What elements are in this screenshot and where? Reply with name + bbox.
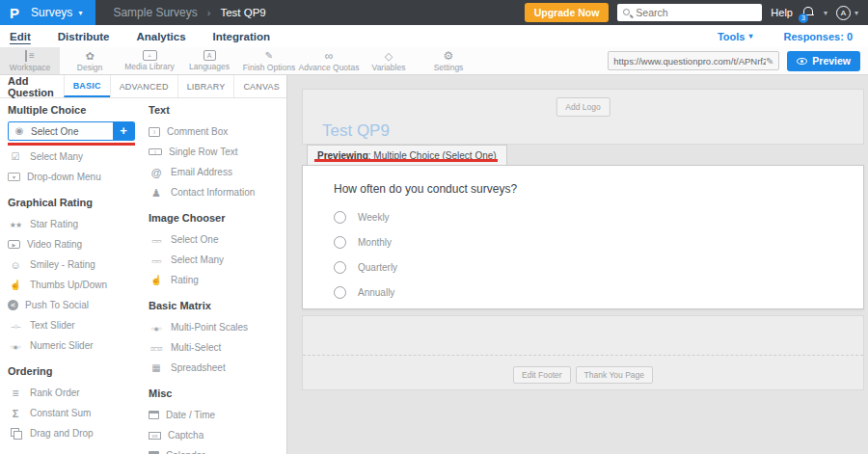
header-actions: Upgrade Now Help 3 ▾ A ▾ bbox=[525, 3, 868, 22]
survey-footer-card: Edit Footer Thank You Page bbox=[302, 315, 864, 390]
search-input[interactable] bbox=[636, 7, 757, 18]
surveys-menu[interactable]: Surveys ▾ bbox=[31, 6, 82, 19]
radio-button[interactable] bbox=[334, 261, 346, 274]
breadcrumb-parent[interactable]: Sample Surveys bbox=[113, 6, 197, 19]
add-logo-button[interactable]: Add Logo bbox=[556, 97, 610, 117]
toolbar-workspace[interactable]: Workspace bbox=[0, 47, 60, 74]
question-type-rank-order[interactable]: Rank Order bbox=[8, 383, 143, 403]
toolbar-design[interactable]: Design bbox=[60, 47, 120, 74]
question-text[interactable]: How often do you conduct surveys? bbox=[334, 182, 863, 196]
footer-divider bbox=[303, 355, 863, 356]
question-type-select-one[interactable]: Select One + bbox=[8, 121, 135, 141]
nav-tab-integration[interactable]: Integration bbox=[213, 31, 270, 42]
question-type-text-slider[interactable]: Text Slider bbox=[8, 315, 143, 335]
question-type-label: Contact Information bbox=[171, 187, 255, 198]
answer-option-weekly[interactable]: Weekly bbox=[334, 204, 863, 229]
panel-title: Add Question bbox=[0, 75, 62, 97]
survey-url-input[interactable] bbox=[613, 56, 766, 67]
question-type-email-address[interactable]: Email Address bbox=[149, 162, 286, 182]
question-type-captcha[interactable]: Captcha bbox=[149, 425, 286, 445]
chevron-down-icon: ▾ bbox=[824, 9, 827, 17]
question-type-columns: Multiple Choice Select One + Select Many… bbox=[0, 98, 286, 454]
tools-menu[interactable]: Tools ▾ bbox=[718, 31, 753, 42]
textarea-icon bbox=[149, 127, 160, 137]
magic-wand-icon bbox=[265, 50, 273, 62]
add-question-plus-button[interactable]: + bbox=[113, 122, 134, 140]
answer-option-annually[interactable]: Annually bbox=[334, 280, 863, 305]
account-menu[interactable]: A ▾ bbox=[836, 6, 858, 20]
radio-button[interactable] bbox=[334, 236, 346, 249]
radio-button[interactable] bbox=[334, 211, 346, 224]
preview-button[interactable]: Preview bbox=[787, 51, 860, 71]
chevron-down-icon: ▾ bbox=[78, 9, 82, 17]
notifications-button[interactable]: 3 bbox=[801, 6, 815, 20]
question-type-select-many[interactable]: Select Many bbox=[8, 147, 143, 167]
question-type-image-select-many[interactable]: Select Many bbox=[149, 250, 286, 270]
video-icon bbox=[8, 240, 20, 249]
tab-advanced[interactable]: ADVANCED bbox=[110, 75, 177, 97]
question-type-image-rating[interactable]: Rating bbox=[149, 270, 286, 290]
question-type-drag-and-drop[interactable]: Drag and Drop bbox=[8, 423, 143, 443]
answer-option-quarterly[interactable]: Quarterly bbox=[334, 254, 863, 280]
questionpro-logo[interactable]: P bbox=[10, 5, 19, 21]
breadcrumb: Sample Surveys › Test QP9 bbox=[113, 6, 265, 19]
question-type-video-rating[interactable]: Video Rating bbox=[8, 234, 143, 254]
question-type-label: Push To Social bbox=[25, 300, 89, 310]
nav-tab-distribute[interactable]: Distribute bbox=[58, 31, 110, 42]
question-type-comment-box[interactable]: Comment Box bbox=[149, 121, 286, 142]
section-graphical-rating: Graphical Rating Star Rating Video Ratin… bbox=[8, 197, 143, 356]
question-type-image-select-one[interactable]: Select One bbox=[149, 229, 286, 250]
help-link[interactable]: Help bbox=[771, 7, 793, 18]
answer-option-monthly[interactable]: Monthly bbox=[334, 229, 863, 254]
radio-button[interactable] bbox=[334, 286, 346, 299]
search-box[interactable] bbox=[617, 4, 762, 21]
edit-footer-button[interactable]: Edit Footer bbox=[513, 366, 571, 384]
nav-tab-analytics[interactable]: Analytics bbox=[136, 31, 185, 42]
upgrade-now-button[interactable]: Upgrade Now bbox=[525, 3, 610, 22]
question-type-dropdown-menu[interactable]: Drop-down Menu bbox=[8, 167, 143, 187]
question-type-smiley-rating[interactable]: Smiley - Rating bbox=[8, 254, 143, 275]
responses-link[interactable]: Responses: 0 bbox=[783, 31, 853, 42]
question-type-label: Single Row Text bbox=[169, 147, 238, 157]
annotation-underline bbox=[314, 159, 498, 162]
question-type-multi-select[interactable]: Multi-Select bbox=[149, 337, 286, 358]
section-heading: Basic Matrix bbox=[149, 300, 286, 311]
stars-icon bbox=[8, 219, 23, 230]
section-image-chooser: Image Chooser Select One Select Many Rat… bbox=[149, 212, 286, 290]
question-type-spreadsheet[interactable]: Spreadsheet bbox=[149, 358, 286, 378]
multi-select-icon bbox=[149, 342, 164, 354]
tab-canvas[interactable]: CANVAS bbox=[233, 75, 288, 97]
question-type-contact-information[interactable]: Contact Information bbox=[149, 182, 286, 202]
question-type-calendar[interactable]: Calendar bbox=[149, 445, 286, 454]
thank-you-page-button[interactable]: Thank You Page bbox=[576, 366, 653, 384]
survey-preview-area: Add Logo Test QP9 Previewing : Multiple … bbox=[287, 75, 868, 454]
nav-tab-edit[interactable]: Edit bbox=[10, 31, 31, 42]
question-type-single-row-text[interactable]: Single Row Text bbox=[149, 142, 286, 162]
section-heading: Text bbox=[149, 104, 286, 116]
question-type-multi-point-scales[interactable]: Multi-Point Scales bbox=[149, 317, 286, 337]
question-type-numeric-slider[interactable]: Numeric Slider bbox=[8, 335, 143, 356]
question-type-date-time[interactable]: Date / Time bbox=[149, 405, 286, 425]
question-type-thumbs-up-down[interactable]: Thumbs Up/Down bbox=[8, 275, 143, 295]
toolbar-languages[interactable]: Languages bbox=[179, 47, 239, 74]
question-type-push-to-social[interactable]: Push To Social bbox=[8, 295, 143, 315]
section-ordering: Ordering Rank Order Constant Sum Drag an… bbox=[8, 365, 143, 443]
question-type-label: Select One bbox=[27, 126, 113, 137]
tab-basic[interactable]: BASIC bbox=[64, 75, 110, 97]
question-type-constant-sum[interactable]: Constant Sum bbox=[8, 403, 143, 423]
question-type-label: Smiley - Rating bbox=[30, 259, 95, 270]
toolbar-item-label: Advance Quotas bbox=[299, 63, 360, 72]
translate-icon bbox=[203, 50, 216, 61]
toolbar-media-library[interactable]: Media Library bbox=[120, 47, 179, 74]
survey-title[interactable]: Test QP9 bbox=[322, 121, 390, 141]
question-type-star-rating[interactable]: Star Rating bbox=[8, 214, 143, 234]
toolbar-settings[interactable]: Settings bbox=[419, 47, 478, 74]
tab-library[interactable]: LIBRARY bbox=[177, 75, 234, 97]
toolbar-finish-options[interactable]: Finish Options bbox=[239, 47, 299, 74]
question-type-label: Drag and Drop bbox=[30, 428, 94, 439]
edit-url-pencil-icon[interactable]: ✎ bbox=[766, 56, 773, 67]
toolbar-advance-quotas[interactable]: Advance Quotas bbox=[299, 47, 359, 74]
breadcrumb-separator-icon: › bbox=[207, 7, 211, 18]
toolbar-variables[interactable]: Variables bbox=[359, 47, 419, 74]
option-label: Annually bbox=[358, 287, 394, 298]
